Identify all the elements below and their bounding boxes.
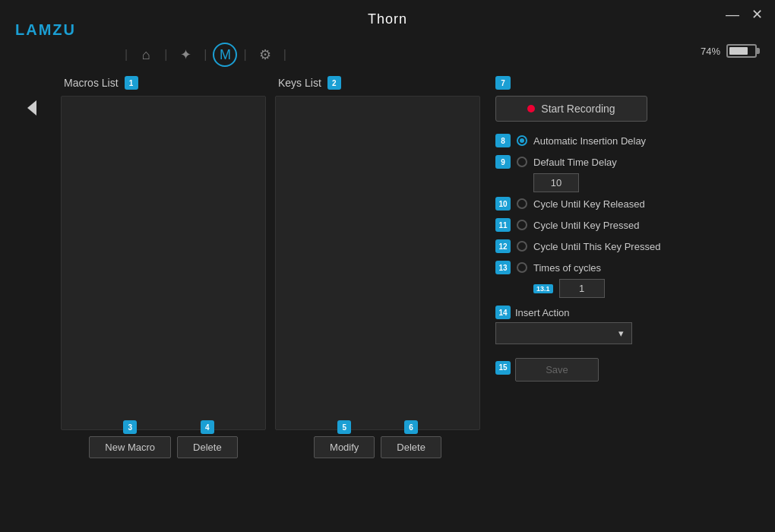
label-auto-insertion: Automatic Insertion Delay [533, 135, 646, 147]
nav-home[interactable]: ⌂ [134, 43, 158, 67]
keys-panel-badge: 2 [327, 76, 341, 90]
dropdown-chevron-icon: ▾ [618, 328, 624, 339]
battery-area: 74% [701, 44, 757, 58]
times-cycles-input[interactable] [559, 279, 605, 298]
macros-panel-badge: 1 [125, 76, 138, 90]
default-delay-input-row [495, 173, 775, 192]
modify-button[interactable]: 5 Modify [314, 436, 375, 458]
badge-14: 14 [495, 306, 511, 319]
navbar: | ⌂ | ✦ | M | ⚙ | [122, 40, 775, 70]
insert-action-dropdown[interactable]: ▾ [495, 322, 632, 344]
badge-13: 13 [495, 261, 511, 274]
macros-panel-title: Macros List [64, 77, 119, 89]
label-cycle-released: Cycle Until Key Released [533, 198, 645, 210]
label-insert-action: Insert Action [515, 307, 570, 318]
keys-panel-buttons: 5 Modify 6 Delete [275, 436, 480, 458]
nav-sep-2: | [161, 48, 170, 62]
keys-panel-title: Keys List [278, 77, 321, 89]
option-default-delay: 9 Default Time Delay [495, 152, 775, 172]
option-cycle-pressed: 11 Cycle Until Key Pressed [495, 215, 775, 235]
macros-panel: Macros List 1 3 New Macro 4 Delete [61, 76, 266, 532]
app-title: Thorn [368, 11, 407, 27]
nav-sep-5: | [280, 48, 289, 62]
keys-delete-button[interactable]: 6 Delete [381, 436, 441, 458]
save-button[interactable]: Save [515, 358, 599, 382]
record-label: Start Recording [541, 103, 615, 115]
label-default-delay: Default Time Delay [533, 157, 617, 168]
default-delay-input[interactable] [533, 173, 579, 192]
nav-macro[interactable]: M [213, 43, 237, 67]
nav-crosshair[interactable]: ✦ [173, 43, 198, 67]
logo-text: LAMZU [15, 21, 76, 38]
option-auto-insertion: 8 Automatic Insertion Delay [495, 131, 775, 150]
badge-12: 12 [495, 239, 511, 253]
logo: LAMZU [15, 21, 76, 39]
badge-11: 11 [495, 218, 511, 232]
modify-badge: 5 [337, 420, 351, 434]
save-section: 15 Save [495, 353, 775, 382]
minimize-button[interactable]: — [726, 8, 739, 21]
nav-sep-3: | [201, 48, 210, 62]
section-7-badge: 7 [495, 76, 511, 90]
keys-delete-badge: 6 [404, 420, 418, 434]
radio-auto-insertion[interactable] [517, 135, 527, 146]
macros-panel-header: Macros List 1 [61, 76, 266, 90]
back-button[interactable] [15, 91, 49, 125]
radio-times-cycles[interactable] [517, 262, 527, 273]
badge-9: 9 [495, 155, 511, 169]
macros-delete-button[interactable]: 4 Delete [177, 436, 238, 458]
nav-sep-1: | [122, 48, 131, 62]
label-cycle-this-pressed: Cycle Until This Key Pressed [533, 241, 660, 252]
right-panel: 7 Start Recording 8 Automatic Insertion … [480, 76, 775, 532]
main-content: Macros List 1 3 New Macro 4 Delete Keys … [61, 76, 775, 532]
keys-list [275, 96, 480, 430]
badge-15: 15 [495, 361, 511, 375]
option-cycle-released: 10 Cycle Until Key Released [495, 194, 775, 214]
new-macro-badge: 3 [123, 420, 137, 434]
battery-fill [729, 47, 748, 55]
times-cycles-input-row: 13.1 [495, 279, 775, 298]
badge-10: 10 [495, 197, 511, 211]
radio-cycle-pressed[interactable] [517, 220, 527, 230]
new-macro-button[interactable]: 3 New Macro [89, 436, 171, 458]
nav-settings[interactable]: ⚙ [253, 43, 277, 67]
close-button[interactable]: ✕ [751, 8, 763, 21]
label-cycle-pressed: Cycle Until Key Pressed [533, 220, 639, 231]
start-recording-button[interactable]: Start Recording [495, 96, 647, 122]
badge-8: 8 [495, 134, 511, 147]
record-dot [527, 105, 535, 112]
keys-panel: Keys List 2 5 Modify 6 Delete [275, 76, 480, 532]
radio-cycle-released[interactable] [517, 198, 527, 209]
insert-action-section: 14 Insert Action ▾ [495, 306, 775, 344]
radio-default-delay[interactable] [517, 157, 527, 167]
svg-marker-0 [27, 100, 36, 116]
window-controls: — ✕ [726, 8, 763, 21]
titlebar: Thorn [0, 0, 775, 38]
radio-cycle-this-pressed[interactable] [517, 241, 527, 252]
nav-sep-4: | [240, 48, 249, 62]
keys-panel-header: Keys List 2 [275, 76, 480, 90]
label-times-cycles: Times of cycles [533, 262, 601, 274]
option-cycle-this-pressed: 12 Cycle Until This Key Pressed [495, 236, 775, 256]
macros-panel-buttons: 3 New Macro 4 Delete [61, 436, 266, 458]
macros-delete-badge: 4 [201, 420, 214, 434]
option-times-cycles: 13 Times of cycles [495, 258, 775, 277]
badge-13-1: 13.1 [533, 284, 553, 293]
macros-list [61, 96, 266, 430]
battery-percent: 74% [701, 46, 720, 57]
battery-bar [726, 44, 757, 58]
